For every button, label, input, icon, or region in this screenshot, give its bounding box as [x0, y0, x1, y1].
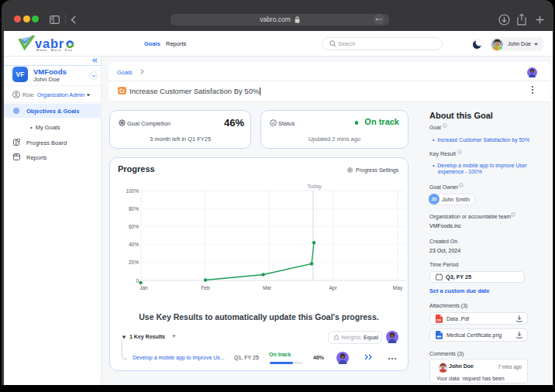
- svg-text:May: May: [393, 285, 403, 291]
- svg-text:Jan: Jan: [140, 285, 148, 291]
- svg-text:100%: 100%: [126, 188, 139, 194]
- svg-text:0: 0: [136, 278, 139, 284]
- svg-text:60%: 60%: [129, 224, 139, 229]
- svg-text:40%: 40%: [129, 242, 139, 247]
- svg-text:80%: 80%: [129, 206, 139, 211]
- svg-text:20%: 20%: [129, 260, 139, 265]
- svg-text:Feb: Feb: [201, 285, 210, 291]
- svg-text:Mar: Mar: [263, 285, 272, 291]
- svg-text:Apr: Apr: [329, 285, 337, 291]
- svg-text:Make Work Fun: Make Work Fun: [36, 48, 73, 52]
- svg-text:PDF: PDF: [436, 318, 441, 322]
- svg-text:Today: Today: [307, 184, 322, 190]
